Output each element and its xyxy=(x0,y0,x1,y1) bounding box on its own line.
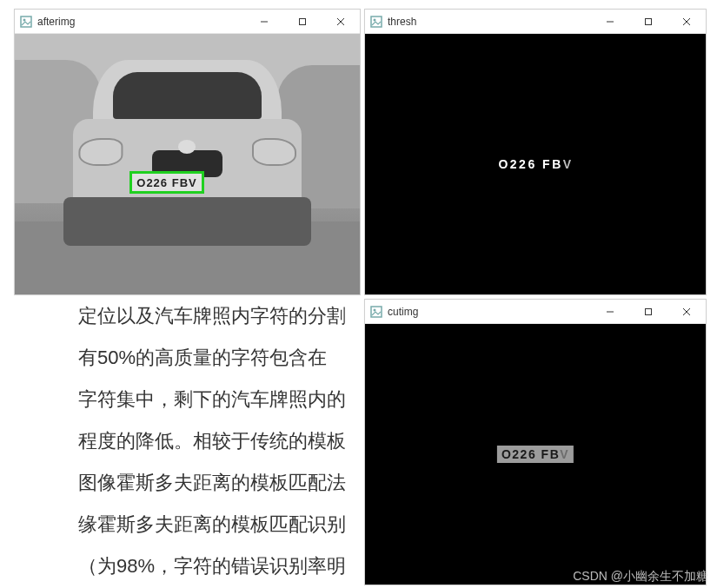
window-controls xyxy=(591,300,706,323)
window-cutimg[interactable]: cutimg O226 FBV xyxy=(364,299,707,585)
plate-text: O226 FBV xyxy=(136,176,196,189)
cut-plate-text: O226 FBV xyxy=(497,446,574,463)
app-icon xyxy=(370,16,382,28)
window-controls xyxy=(591,10,706,33)
window-title: cutimg xyxy=(388,306,591,318)
minimize-button[interactable] xyxy=(591,300,629,323)
car-photo: O226 FBV xyxy=(15,34,360,294)
svg-rect-9 xyxy=(646,18,652,24)
maximize-button[interactable] xyxy=(629,10,667,33)
minimize-button[interactable] xyxy=(591,10,629,33)
window-title: afterimg xyxy=(37,16,245,28)
detected-plate-bbox: O226 FBV xyxy=(129,171,204,194)
window-controls xyxy=(245,10,360,33)
app-icon xyxy=(20,16,32,28)
titlebar[interactable]: thresh xyxy=(365,10,706,34)
window-thresh[interactable]: thresh O 2 2 6 F B V xyxy=(364,9,707,295)
svg-rect-15 xyxy=(646,308,652,314)
csdn-watermark: CSDN @小幽余生不加糖 xyxy=(573,569,708,585)
svg-point-13 xyxy=(374,308,376,311)
window-afterimg[interactable]: afterimg xyxy=(14,9,361,295)
maximize-button[interactable] xyxy=(283,10,322,33)
close-button[interactable] xyxy=(667,10,706,33)
image-viewport: O226 FBV xyxy=(365,324,706,585)
window-title: thresh xyxy=(388,16,591,28)
maximize-button[interactable] xyxy=(629,300,667,323)
image-viewport: O 2 2 6 F B V xyxy=(365,34,706,294)
svg-point-7 xyxy=(374,18,376,21)
threshold-plate-text: O 2 2 6 F B V xyxy=(498,157,572,171)
titlebar[interactable]: afterimg xyxy=(15,10,360,34)
svg-point-1 xyxy=(23,18,26,21)
titlebar[interactable]: cutimg xyxy=(365,300,706,324)
close-button[interactable] xyxy=(667,300,706,323)
svg-rect-3 xyxy=(300,18,306,24)
close-button[interactable] xyxy=(322,10,360,33)
image-viewport: O226 FBV xyxy=(15,34,360,294)
app-icon xyxy=(370,306,382,318)
minimize-button[interactable] xyxy=(245,10,283,33)
